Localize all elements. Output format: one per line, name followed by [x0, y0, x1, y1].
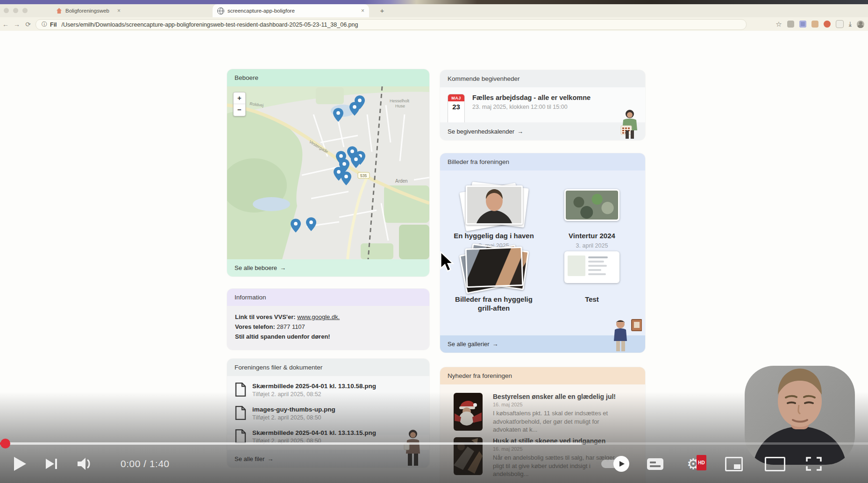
extension-tan-icon[interactable] — [811, 21, 818, 28]
url-text: /Users/emilh/Downloads/screencapture-app… — [62, 21, 358, 28]
window-zoom-button[interactable] — [22, 8, 28, 13]
volume-button[interactable] — [78, 445, 93, 483]
gallery-man-illustration — [611, 319, 642, 352]
map-zoom-out-button[interactable]: − — [234, 104, 245, 115]
residents-footer-label: Se alle beboere — [235, 264, 277, 271]
event-time: 23. maj 2025, klokken 12:00 til 15:00 — [472, 104, 591, 110]
window-minimize-button[interactable] — [13, 8, 18, 13]
events-footer-label: Se begivenhedskalender — [448, 128, 514, 135]
info-line3: Stil altid spanden udenfor døren! — [235, 333, 330, 340]
info-line1-label: Link til vores VVS'er: — [235, 313, 296, 320]
residents-footer-link[interactable]: Se alle beboere → — [227, 259, 429, 277]
extension-camera-icon[interactable] — [787, 21, 794, 28]
event-month: MAJ — [448, 94, 464, 101]
gallery-item[interactable]: Test — [544, 240, 640, 306]
theater-icon — [765, 457, 785, 471]
site-info-icon[interactable]: ⓘ — [42, 21, 47, 28]
map-pin[interactable] — [349, 102, 360, 118]
gallery-item[interactable]: En hyggelig dag i haven 8. maj 2025 — [446, 179, 542, 249]
downloads-icon[interactable]: ⤓ — [849, 20, 852, 28]
tab-boligforeningsweb[interactable]: Boligforeningsweb × — [51, 4, 125, 17]
subtitles-button[interactable] — [647, 445, 663, 483]
extensions-menu-icon[interactable] — [836, 20, 844, 28]
map-tiles: Roldvej Vestergade Hesselholt Huse Arden… — [227, 86, 429, 259]
new-tab-button[interactable]: + — [377, 6, 387, 15]
map-label-arden: Arden — [395, 178, 408, 184]
gallery-footer-label: Se alle gallerier — [448, 341, 490, 348]
url-scheme-chip: Fil — [50, 21, 57, 28]
news-card-title: Nyheder fra foreningen — [440, 367, 645, 384]
address-bar[interactable]: ⓘ Fil /Users/emilh/Downloads/screencaptu… — [36, 19, 747, 30]
events-card: Kommende begivenheder MAJ 23 Fælles arbe… — [440, 70, 645, 140]
gallery-item-title: Billeder fra en hyggelig grill-aften — [446, 295, 542, 313]
bookmark-star-icon[interactable]: ☆ — [776, 20, 782, 28]
profile-avatar[interactable] — [857, 21, 864, 28]
extension-indigo-icon[interactable] — [799, 21, 806, 28]
theater-button[interactable] — [765, 445, 785, 483]
desktop-top-edge — [0, 0, 868, 4]
photo-stack-thumbnail — [459, 244, 528, 291]
gallery-item[interactable]: Vintertur 2024 3. april 2025 — [544, 179, 640, 249]
gallery-card: Billeder fra foreningen E — [440, 153, 645, 353]
gear-icon: ⚙ HD — [687, 457, 700, 471]
webcam-face — [745, 366, 855, 465]
info-phone: 2877 1107 — [277, 323, 305, 330]
settings-button[interactable]: ⚙ HD — [687, 445, 700, 483]
information-body: Link til vores VVS'er: www.google.dk. Vo… — [227, 306, 429, 350]
mouse-cursor — [440, 251, 455, 274]
residents-card-title: Beboere — [227, 69, 429, 86]
events-footer-link[interactable]: Se begivenhedskalender → — [440, 122, 645, 140]
map-road-badge: 535 — [360, 173, 367, 178]
house-favicon-icon — [56, 8, 62, 14]
vvs-link[interactable]: www.google.dk. — [297, 313, 340, 320]
webcam-overlay — [745, 366, 855, 465]
progress-scrubber[interactable] — [0, 439, 10, 448]
play-button[interactable] — [14, 445, 26, 483]
fullscreen-button[interactable] — [806, 445, 822, 483]
event-day: 23 — [448, 101, 464, 113]
reload-icon[interactable]: ⟳ — [22, 21, 34, 28]
map-pin[interactable] — [341, 171, 351, 187]
tab-close-icon[interactable]: × — [117, 7, 121, 14]
residents-card: Beboere — [227, 69, 429, 277]
tab-close-icon[interactable]: × — [361, 7, 364, 14]
map-pin[interactable] — [333, 108, 343, 124]
calendar-woman-illustration — [618, 110, 640, 140]
gallery-item-title: En hyggelig dag i haven — [446, 231, 542, 240]
event-title: Fælles arbejdsdag - alle er velkomne — [472, 94, 591, 101]
subtitles-icon — [647, 458, 663, 470]
arrow-right-icon: → — [492, 341, 498, 348]
map-pin[interactable] — [291, 219, 301, 234]
miniplayer-button[interactable] — [725, 445, 743, 483]
arrow-right-icon: → — [280, 264, 286, 271]
map-label-hesselholt: Hesselholt — [390, 99, 410, 103]
miniplayer-icon — [725, 457, 743, 471]
next-bar-icon — [55, 459, 57, 469]
forward-icon[interactable]: → — [11, 21, 22, 28]
map-pin[interactable] — [306, 217, 316, 233]
map-label-huse: Huse — [395, 104, 405, 108]
extension-red-icon[interactable] — [824, 21, 831, 28]
tab-screencapture[interactable]: screencapture-app-boligfore × — [213, 4, 369, 17]
photo-thumbnail — [564, 189, 619, 221]
gallery-item[interactable]: Billeder fra en hyggelig grill-aften — [446, 240, 542, 315]
map-pin[interactable] — [351, 154, 361, 170]
residents-map[interactable]: Roldvej Vestergade Hesselholt Huse Arden… — [227, 86, 429, 259]
map-zoom-control: + − — [233, 92, 246, 116]
screenshot-thumbnail — [564, 251, 619, 283]
back-icon[interactable]: ← — [0, 21, 11, 28]
globe-favicon-icon — [217, 7, 224, 14]
arrow-right-icon: → — [517, 128, 523, 135]
window-close-button[interactable] — [4, 8, 9, 13]
next-button[interactable] — [46, 445, 57, 483]
hd-badge: HD — [697, 455, 706, 470]
file-name: Skærmbillede 2025-04-01 kl. 13.10.58.png — [252, 383, 376, 390]
map-zoom-in-button[interactable]: + — [234, 92, 245, 104]
events-card-title: Kommende begivenheder — [440, 70, 645, 87]
tab-label: Boligforeningsweb — [65, 8, 109, 14]
volume-icon — [78, 457, 93, 470]
browser-toolbar: ← → ⟳ ⓘ Fil /Users/emilh/Downloads/scree… — [0, 17, 868, 31]
information-card: Information Link til vores VVS'er: www.g… — [227, 289, 429, 350]
autoplay-toggle[interactable] — [601, 445, 626, 483]
time-display: 0:00 / 1:40 — [121, 445, 170, 483]
